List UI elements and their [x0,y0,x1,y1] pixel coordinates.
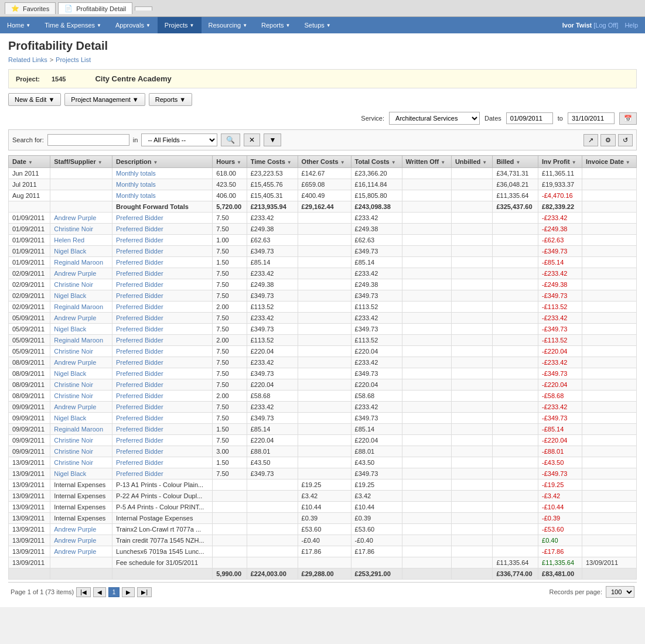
cell-description[interactable]: Monthly totals [112,179,213,190]
cell-staff[interactable]: Christine Noir [50,346,112,357]
col-written-off[interactable]: Written Off ▼ [402,156,451,168]
cell-staff[interactable]: Reginald Maroon [50,302,112,313]
col-hours[interactable]: Hours ▼ [213,156,247,168]
cell-staff[interactable]: Reginald Maroon [50,424,112,435]
cell-staff[interactable]: Nigel Black [50,368,112,379]
reports-button[interactable]: Reports ▼ [149,93,192,106]
date-to-input[interactable] [568,112,615,124]
new-edit-button[interactable]: New & Edit ▼ [8,93,61,106]
nav-time-expenses[interactable]: Time & Expenses ▼ [37,17,108,33]
cell-staff[interactable]: Andrew Purple [50,268,112,279]
clear-search-button[interactable]: ✕ [244,133,260,146]
tab-favorites[interactable]: ⭐ Favorites [5,2,56,14]
cell-description[interactable]: Preferred Bidder [112,213,213,224]
cell-staff[interactable]: Andrew Purple [50,357,112,368]
cell-staff[interactable]: Christine Noir [50,279,112,290]
cell-description[interactable]: Monthly totals [112,190,213,201]
col-date[interactable]: Date ▼ [9,156,50,168]
cell-staff[interactable]: Christine Noir [50,457,112,468]
breadcrumb-projects-list[interactable]: Projects List [56,56,91,63]
project-management-button[interactable]: Project Management ▼ [64,93,145,106]
cell-staff[interactable]: Christine Noir [50,446,112,457]
calendar-button[interactable]: 📅 [619,112,637,125]
cell-staff[interactable]: Christine Noir [50,224,112,235]
first-page-button[interactable]: |◀ [76,587,91,597]
settings-button[interactable]: ⚙ [600,134,616,146]
nav-approvals[interactable]: Approvals ▼ [108,17,158,33]
records-per-page-select[interactable]: 100 50 25 [606,586,634,598]
service-select[interactable]: Architectural Services [389,112,480,125]
cell-description[interactable]: Preferred Bidder [112,246,213,257]
last-page-button[interactable]: ▶| [137,587,152,597]
current-page-button[interactable]: 1 [108,587,120,597]
cell-description[interactable]: Preferred Bidder [112,357,213,368]
search-button[interactable]: 🔍 [221,133,240,146]
cell-description[interactable]: Preferred Bidder [112,413,213,424]
cell-description[interactable]: Preferred Bidder [112,324,213,335]
next-page-button[interactable]: ▶ [122,587,135,597]
col-description[interactable]: Description ▼ [112,156,213,168]
cell-description[interactable]: Preferred Bidder [112,424,213,435]
cell-description[interactable]: Preferred Bidder [112,257,213,268]
cell-staff[interactable]: Reginald Maroon [50,257,112,268]
breadcrumb-related-links[interactable]: Related Links [8,56,47,63]
cell-description[interactable]: Preferred Bidder [112,379,213,390]
cell-description[interactable]: Preferred Bidder [112,468,213,479]
col-time-costs[interactable]: Time Costs ▼ [247,156,298,168]
cell-staff[interactable]: Andrew Purple [50,313,112,324]
nav-reports[interactable]: Reports ▼ [254,17,297,33]
cell-description[interactable]: Preferred Bidder [112,457,213,468]
cell-description[interactable]: Preferred Bidder [112,313,213,324]
cell-description[interactable]: Preferred Bidder [112,390,213,402]
cell-staff[interactable]: Andrew Purple [50,213,112,224]
cell-staff[interactable]: Christine Noir [50,435,112,446]
cell-staff[interactable]: Andrew Purple [50,524,112,535]
tab-profitability[interactable]: 📄 Profitability Detail [58,2,132,14]
date-from-input[interactable] [506,112,553,124]
cell-description[interactable]: Preferred Bidder [112,435,213,446]
col-invoice-date[interactable]: Invoice Date ▼ [582,156,637,168]
help-link[interactable]: Help [624,22,638,29]
cell-staff[interactable]: Helen Red [50,235,112,246]
search-input[interactable] [47,134,129,146]
cell-description[interactable]: Preferred Bidder [112,290,213,302]
col-inv-profit[interactable]: Inv Profit ▼ [538,156,582,168]
search-field-select[interactable]: -- All Fields -- [141,133,217,146]
cell-description[interactable]: Preferred Bidder [112,335,213,346]
cell-staff[interactable]: Andrew Purple [50,535,112,546]
cell-staff[interactable]: Andrew Purple [50,402,112,413]
nav-projects[interactable]: Projects ▼ [158,17,202,33]
cell-description[interactable]: Preferred Bidder [112,268,213,279]
prev-page-button[interactable]: ◀ [93,587,106,597]
cell-staff[interactable]: Nigel Black [50,290,112,302]
cell-staff[interactable]: Christine Noir [50,390,112,402]
cell-description[interactable]: Monthly totals [112,168,213,179]
filter-button[interactable]: ▼ [264,133,281,146]
cell-staff[interactable]: Nigel Black [50,324,112,335]
refresh-button[interactable]: ↺ [618,134,633,146]
nav-home[interactable]: Home ▼ [0,17,37,33]
col-total-costs[interactable]: Total Costs ▼ [351,156,402,168]
export-button[interactable]: ↗ [583,134,598,146]
col-staff[interactable]: Staff/Supplier ▼ [50,156,112,168]
nav-resourcing[interactable]: Resourcing ▼ [202,17,255,33]
cell-staff[interactable]: Andrew Purple [50,546,112,557]
cell-staff[interactable]: Nigel Black [50,468,112,479]
cell-description[interactable]: Preferred Bidder [112,446,213,457]
cell-description[interactable]: Preferred Bidder [112,224,213,235]
cell-staff[interactable]: Christine Noir [50,379,112,390]
cell-description[interactable]: Preferred Bidder [112,402,213,413]
cell-description[interactable]: Preferred Bidder [112,368,213,379]
cell-staff[interactable]: Nigel Black [50,246,112,257]
col-other-costs[interactable]: Other Costs ▼ [298,156,351,168]
cell-description[interactable]: Preferred Bidder [112,279,213,290]
cell-staff[interactable]: Reginald Maroon [50,335,112,346]
cell-description[interactable]: Preferred Bidder [112,346,213,357]
nav-setups[interactable]: Setups ▼ [298,17,338,33]
cell-staff[interactable]: Nigel Black [50,413,112,424]
tab-new[interactable] [135,6,152,11]
cell-description[interactable]: Preferred Bidder [112,235,213,246]
cell-description[interactable]: Preferred Bidder [112,302,213,313]
col-billed[interactable]: Billed ▼ [493,156,538,168]
logoff-link[interactable]: [Log Off] [593,22,618,29]
